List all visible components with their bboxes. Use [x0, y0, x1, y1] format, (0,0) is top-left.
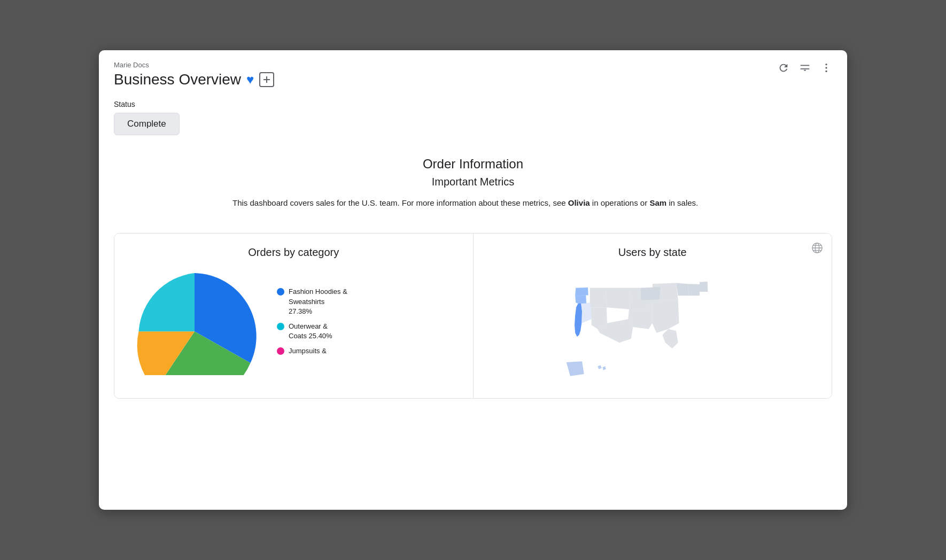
heart-icon[interactable]: ♥ — [246, 72, 254, 87]
charts-row: Orders by category Fashion Hood — [114, 233, 832, 399]
pie-container: Fashion Hoodies &Sweatshirts27.38% Outer… — [125, 268, 462, 380]
legend-dot-2 — [277, 323, 284, 330]
map-chart-card: Users by state — [474, 234, 832, 398]
title-row: Business Overview ♥ — [114, 71, 832, 88]
content-section: Order Information Important Metrics This… — [99, 135, 847, 220]
filter-icon[interactable] — [799, 62, 811, 77]
map-chart-title: Users by state — [484, 246, 821, 259]
breadcrumb: Marie Docs — [114, 61, 832, 69]
description-text-3: in sales. — [666, 198, 698, 207]
olivia-link[interactable]: Olivia — [568, 198, 590, 207]
description-text-2: in operations or — [590, 198, 650, 207]
map-container — [484, 268, 821, 391]
legend-label-1: Fashion Hoodies &Sweatshirts27.38% — [289, 287, 347, 316]
svg-point-4 — [825, 71, 827, 72]
pie-legend: Fashion Hoodies &Sweatshirts27.38% Outer… — [277, 287, 347, 356]
status-label: Status — [114, 100, 832, 108]
legend-dot-3 — [277, 347, 284, 355]
svg-point-3 — [825, 67, 827, 68]
page-title: Business Overview — [114, 71, 241, 88]
svg-rect-1 — [263, 79, 270, 80]
legend-item-3: Jumpsuits & — [277, 346, 347, 356]
status-section: Status Complete — [99, 88, 847, 135]
toolbar-icons — [778, 62, 832, 77]
pie-chart-svg — [125, 268, 264, 375]
more-options-icon[interactable] — [820, 62, 832, 77]
pie-chart-title: Orders by category — [125, 246, 462, 259]
description: This dashboard covers sales for the U.S.… — [232, 197, 714, 209]
main-window: Marie Docs Business Overview ♥ — [99, 50, 847, 510]
description-text-1: This dashboard covers sales for the U.S.… — [232, 198, 568, 207]
sam-link[interactable]: Sam — [649, 198, 666, 207]
legend-item-1: Fashion Hoodies &Sweatshirts27.38% — [277, 287, 347, 316]
complete-button[interactable]: Complete — [114, 113, 180, 135]
order-info-title: Order Information — [114, 157, 832, 172]
pie-chart-card: Orders by category Fashion Hood — [114, 234, 474, 398]
important-metrics-title: Important Metrics — [114, 176, 832, 188]
us-map-svg — [498, 268, 808, 386]
add-icon[interactable] — [259, 72, 274, 87]
svg-point-2 — [825, 64, 827, 65]
header: Marie Docs Business Overview ♥ — [99, 50, 847, 88]
globe-icon[interactable] — [811, 242, 823, 257]
refresh-icon[interactable] — [778, 62, 789, 77]
legend-label-2: Outerwear &Coats 25.40% — [289, 322, 332, 341]
legend-dot-1 — [277, 288, 284, 295]
legend-item-2: Outerwear &Coats 25.40% — [277, 322, 347, 341]
legend-label-3: Jumpsuits & — [289, 346, 327, 356]
